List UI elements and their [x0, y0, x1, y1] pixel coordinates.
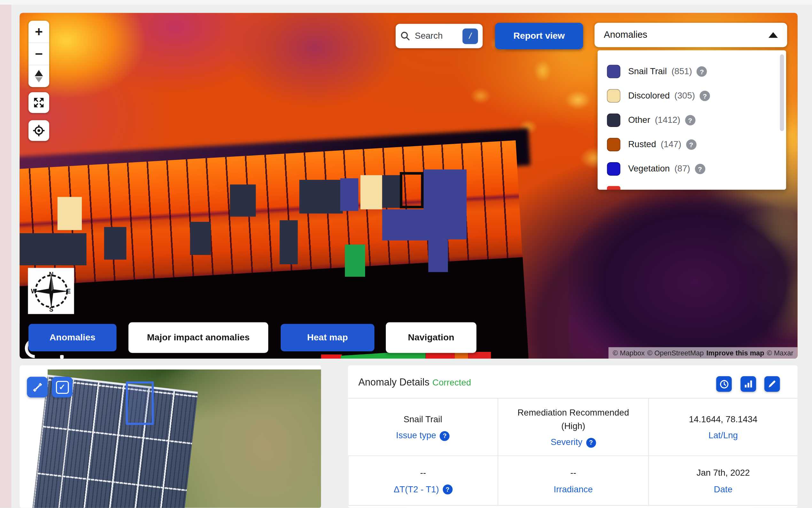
plus-icon: +	[35, 24, 43, 40]
anomaly-snail-trail[interactable]	[382, 209, 444, 240]
anomalies-dropdown-header[interactable]: Anomalies	[594, 23, 787, 47]
anomalies-legend-panel: Snail Trail (851) ? Discolored (305) ? O…	[598, 50, 786, 190]
svg-text:E: E	[66, 287, 70, 294]
legend-count: (1412)	[655, 115, 680, 125]
search-input[interactable]: Search /	[396, 24, 483, 48]
legend-count: (851)	[671, 66, 692, 77]
help-icon[interactable]: ?	[695, 164, 705, 174]
legend-label: Other	[628, 115, 650, 125]
legend-item-discolored[interactable]: Discolored (305) ?	[598, 85, 786, 106]
legend-label: Vegetation	[628, 164, 670, 174]
triangle-up-icon	[35, 70, 43, 76]
thermal-map[interactable]: N E S W + −	[20, 13, 798, 358]
irradiance-value: --	[570, 466, 576, 479]
help-icon[interactable]: ?	[685, 115, 695, 125]
other-swatch	[607, 114, 621, 127]
zoom-in-button[interactable]: +	[29, 21, 49, 43]
history-button[interactable]	[716, 376, 732, 392]
issue-type-label: Issue type ?	[396, 431, 450, 441]
anomalies-dropdown-title: Anomalies	[604, 30, 648, 40]
expand-photo-button[interactable]	[27, 377, 48, 398]
delta-t-label: ΔT(T2 - T1) ?	[393, 484, 452, 495]
anomaly-discolored[interactable]	[360, 175, 382, 210]
svg-text:S: S	[49, 305, 53, 311]
toolbar-major-impact-button[interactable]: Major impact anomalies	[129, 323, 268, 353]
toolbar-anomalies-button[interactable]: Anomalies	[29, 324, 116, 351]
rusted-swatch	[607, 138, 621, 151]
slash-shortcut-key: /	[463, 28, 478, 44]
legend-item-other[interactable]: Other (1412) ?	[598, 110, 786, 130]
legend-item-snail-trail[interactable]: Snail Trail (851) ?	[598, 61, 786, 82]
anomaly-other[interactable]	[382, 175, 401, 208]
compass-icon: N E S W	[30, 270, 72, 312]
delta-t-value: --	[420, 466, 426, 479]
toolbar-heat-map-button[interactable]: Heat map	[281, 324, 374, 351]
irradiance-label: Irradiance	[554, 484, 593, 495]
legend-scrollbar[interactable]	[780, 54, 784, 131]
help-icon[interactable]: ?	[700, 90, 710, 101]
anomaly-other[interactable]	[104, 227, 127, 260]
anomaly-vegetation[interactable]	[345, 245, 365, 277]
selected-anomaly-outline[interactable]	[400, 172, 424, 208]
search-icon	[400, 31, 410, 41]
map-zoom-controls: + −	[29, 21, 49, 87]
cell-issue-type: Snail Trail Issue type ?	[348, 398, 498, 456]
anomaly-other[interactable]	[299, 180, 343, 213]
cell-severity: Remediation Recommended (High) Severity …	[498, 398, 648, 456]
zoom-out-button[interactable]: −	[29, 43, 49, 65]
edit-button[interactable]	[764, 376, 780, 392]
legend-item-vegetation[interactable]: Vegetation (87) ?	[598, 159, 786, 179]
latlng-value: 14.1644, 78.1434	[689, 413, 757, 426]
geolocate-button[interactable]	[29, 120, 49, 141]
anomaly-other[interactable]	[20, 233, 87, 265]
photo-select-checkbox[interactable]: ✓	[52, 377, 73, 398]
legend-count: (87)	[674, 164, 690, 174]
next-row-sliver	[348, 505, 798, 508]
legend-count: (305)	[674, 90, 695, 101]
chevron-up-icon	[768, 32, 778, 38]
severity-label: Severity ?	[551, 437, 596, 448]
fullscreen-button[interactable]	[29, 92, 49, 113]
legend-item-rusted[interactable]: Rusted (147) ?	[598, 134, 786, 155]
toolbar-navigation-button[interactable]: Navigation	[386, 323, 476, 353]
rgb-strip	[321, 354, 342, 358]
help-icon[interactable]: ?	[586, 438, 596, 448]
search-placeholder: Search	[415, 31, 463, 41]
expand-icon	[32, 382, 43, 392]
help-icon[interactable]: ?	[443, 484, 453, 495]
minus-icon: −	[35, 46, 43, 62]
pitch-toggle-button[interactable]	[29, 65, 49, 87]
anomaly-discolored[interactable]	[57, 197, 82, 230]
analytics-button[interactable]	[741, 376, 756, 392]
anomaly-photo-panel: ✓	[20, 365, 321, 508]
anomaly-other[interactable]	[280, 220, 298, 264]
anomaly-snail-trail[interactable]	[428, 239, 448, 272]
report-view-button[interactable]: Report view	[495, 23, 583, 49]
corrected-status-badge: Corrected	[433, 378, 471, 388]
page-left-margin	[0, 5, 11, 508]
anomaly-other[interactable]	[230, 184, 256, 217]
help-icon[interactable]: ?	[697, 66, 707, 77]
rgb-site-photo[interactable]	[48, 370, 321, 508]
legend-item-cutoff-swatch	[607, 186, 621, 190]
date-value: Jan 7th, 2022	[697, 466, 750, 479]
severity-value: Remediation Recommended (High)	[518, 406, 629, 433]
svg-text:N: N	[49, 270, 53, 278]
cell-delta-t: -- ΔT(T2 - T1) ?	[348, 456, 498, 505]
bar-chart-icon	[744, 379, 753, 389]
date-label: Date	[714, 484, 732, 495]
cell-date: Jan 7th, 2022 Date	[648, 456, 798, 505]
vegetation-swatch	[607, 162, 621, 176]
attribution-osm[interactable]: © OpenStreetMap	[648, 349, 704, 357]
help-icon[interactable]: ?	[686, 139, 696, 150]
anomaly-other[interactable]	[190, 222, 211, 255]
compass-rose: N E S W	[28, 268, 74, 314]
help-icon[interactable]: ?	[440, 431, 450, 441]
attribution-mapbox[interactable]: © Mapbox	[613, 349, 645, 357]
anomaly-snail-trail[interactable]	[340, 178, 359, 211]
snail-trail-swatch	[607, 65, 621, 78]
selected-panel-highlight[interactable]	[126, 381, 154, 425]
cell-irradiance: -- Irradiance	[498, 456, 648, 505]
attribution-maxar[interactable]: © Maxar	[767, 349, 794, 357]
attribution-improve-link[interactable]: Improve this map	[707, 349, 764, 357]
